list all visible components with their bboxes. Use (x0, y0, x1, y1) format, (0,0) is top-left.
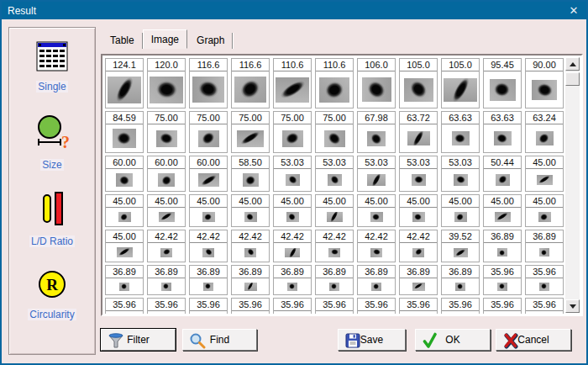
grid-cell[interactable]: 63.24 (525, 111, 564, 153)
grid-cell[interactable]: 45.00 (189, 194, 228, 227)
grid-cell[interactable]: 45.00 (399, 194, 438, 227)
grid-cell[interactable]: 58.50 (231, 156, 270, 192)
grid-cell[interactable]: 36.89 (189, 265, 228, 295)
grid-cell[interactable]: 35.96 (525, 298, 564, 314)
grid-cell[interactable]: 35.96 (441, 298, 480, 314)
grid-cell[interactable]: 36.89 (525, 230, 564, 262)
grid-cell[interactable]: 45.00 (357, 194, 396, 227)
sidebar-item-ld-ratio[interactable]: L/D Ratio (29, 191, 75, 247)
grid-cell[interactable]: 53.03 (399, 156, 438, 192)
grid-cell[interactable]: 45.00 (525, 156, 564, 192)
grid-cell[interactable]: 67.98 (357, 111, 396, 153)
grid-cell[interactable]: 45.00 (483, 194, 522, 227)
grid-cell[interactable]: 53.03 (273, 156, 312, 192)
grid-cell[interactable]: 110.6 (315, 58, 354, 108)
tab-graph[interactable]: Graph (189, 33, 233, 49)
grid-cell[interactable]: 45.00 (105, 194, 144, 227)
grid-cell[interactable]: 35.96 (273, 298, 312, 314)
grid-cell[interactable]: 75.00 (273, 111, 312, 153)
cell-thumb-area (232, 71, 269, 108)
grid-cell[interactable]: 84.59 (105, 111, 144, 153)
grid-cell[interactable]: 45.00 (441, 194, 480, 227)
grid-cell[interactable]: 75.00 (147, 111, 186, 153)
grid-cell[interactable]: 36.89 (441, 265, 480, 295)
grid-cell[interactable]: 45.00 (105, 230, 144, 262)
grid-cell[interactable]: 45.00 (231, 194, 270, 227)
scroll-up-button[interactable] (565, 57, 580, 71)
sidebar-item-single[interactable]: Single (34, 40, 70, 93)
grid-cell[interactable]: 35.96 (105, 298, 144, 314)
grid-cell[interactable]: 116.6 (189, 58, 228, 108)
particle-thumbnail (237, 130, 264, 147)
grid-cell[interactable]: 35.96 (525, 265, 564, 295)
grid-cell[interactable]: 53.03 (441, 156, 480, 192)
grid-cell[interactable]: 35.96 (399, 298, 438, 314)
grid-cell[interactable]: 105.0 (441, 58, 480, 108)
cancel-button[interactable]: Cancel (496, 329, 571, 351)
grid-cell[interactable]: 116.6 (231, 58, 270, 108)
grid-cell[interactable]: 35.96 (483, 265, 522, 295)
find-button[interactable]: Find (182, 329, 257, 351)
sidebar-item-circularity[interactable]: R Circularity (28, 267, 76, 320)
save-button[interactable]: Save (338, 329, 406, 351)
grid-cell[interactable]: 42.42 (399, 230, 438, 262)
grid-cell[interactable]: 36.89 (315, 265, 354, 295)
grid-cell[interactable]: 36.89 (483, 230, 522, 262)
grid-cell[interactable]: 42.42 (189, 230, 228, 262)
scrollbar-thumb[interactable] (565, 72, 580, 86)
close-icon[interactable]: ✕ (561, 4, 586, 17)
grid-cell[interactable]: 45.00 (315, 194, 354, 227)
grid-cell[interactable]: 35.96 (231, 298, 270, 314)
grid-cell[interactable]: 36.89 (399, 265, 438, 295)
grid-cell[interactable]: 63.63 (441, 111, 480, 153)
tab-image[interactable]: Image (143, 29, 187, 49)
grid-cell[interactable]: 36.89 (273, 265, 312, 295)
grid-cell[interactable]: 35.96 (147, 298, 186, 314)
grid-cell[interactable]: 75.00 (315, 111, 354, 153)
grid-cell[interactable]: 60.00 (105, 156, 144, 192)
grid-cell[interactable]: 106.0 (357, 58, 396, 108)
grid-cell[interactable]: 45.00 (273, 194, 312, 227)
grid-cell[interactable]: 45.00 (147, 194, 186, 227)
grid-cell[interactable]: 75.00 (189, 111, 228, 153)
grid-cell[interactable]: 35.96 (357, 298, 396, 314)
grid-cell[interactable]: 35.96 (483, 298, 522, 314)
grid-cell[interactable]: 60.00 (147, 156, 186, 192)
grid-cell[interactable]: 42.42 (357, 230, 396, 262)
scroll-down-button[interactable] (565, 299, 580, 313)
title-bar[interactable]: Result ✕ (2, 2, 586, 19)
grid-cell[interactable]: 42.42 (273, 230, 312, 262)
grid-cell[interactable]: 39.52 (441, 230, 480, 262)
grid-cell[interactable]: 53.03 (315, 156, 354, 192)
grid-cell[interactable]: 36.89 (147, 265, 186, 295)
grid-cell[interactable]: 42.42 (315, 230, 354, 262)
grid-cell[interactable]: 90.00 (525, 58, 564, 108)
grid-cell[interactable]: 35.96 (189, 298, 228, 314)
tab-table[interactable]: Table (102, 33, 143, 49)
ok-button[interactable]: OK (415, 329, 491, 351)
grid-cell[interactable]: 63.72 (399, 111, 438, 153)
grid-cell[interactable]: 36.89 (231, 265, 270, 295)
grid-cell[interactable]: 95.45 (483, 58, 522, 108)
grid-cell[interactable]: 36.89 (105, 265, 144, 295)
grid-cell[interactable]: 75.00 (231, 111, 270, 153)
grid-cell[interactable]: 45.00 (525, 194, 564, 227)
cell-thumb-area (358, 124, 395, 152)
grid-cell[interactable]: 105.0 (399, 58, 438, 108)
grid-cell[interactable]: 124.1 (105, 58, 144, 108)
grid-cell[interactable]: 60.00 (189, 156, 228, 192)
grid-cell[interactable]: 35.96 (315, 298, 354, 314)
vertical-scrollbar[interactable] (565, 57, 580, 313)
grid-cell[interactable]: 63.63 (483, 111, 522, 153)
grid-cell[interactable]: 120.0 (147, 58, 186, 108)
grid-cell[interactable]: 36.89 (357, 265, 396, 295)
grid-cell[interactable]: 42.42 (147, 230, 186, 262)
sidebar-item-size[interactable]: ? Size (34, 114, 71, 171)
grid-cell[interactable]: 110.6 (273, 58, 312, 108)
filter-button[interactable]: Filter (101, 329, 176, 351)
particle-blob (326, 130, 343, 147)
grid-cell[interactable]: 50.44 (483, 156, 522, 192)
particle-blob (372, 283, 381, 291)
grid-cell[interactable]: 42.42 (231, 230, 270, 262)
grid-cell[interactable]: 53.03 (357, 156, 396, 192)
